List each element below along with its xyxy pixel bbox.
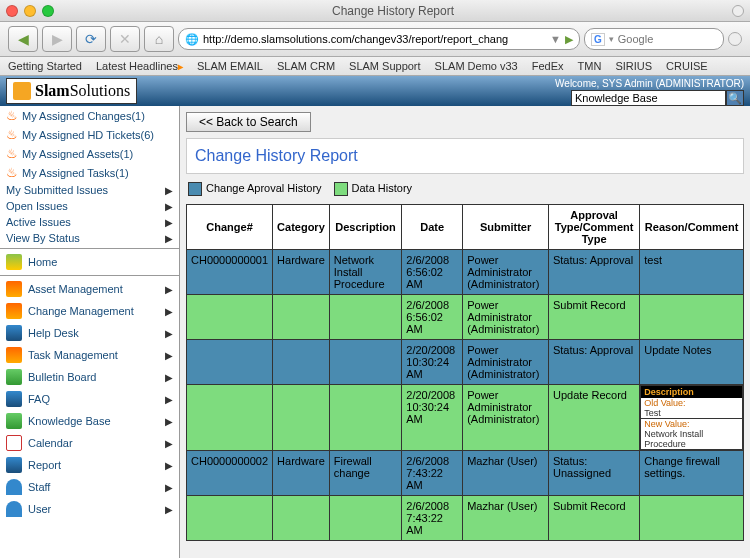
sidebar-assigned-tasks[interactable]: ♨My Assigned Tasks(1) — [0, 163, 179, 182]
sidebar-assigned-changes[interactable]: ♨My Assigned Changes(1) — [0, 106, 179, 125]
table-cell: Network Install Procedure — [329, 250, 402, 295]
calendar-icon — [6, 435, 22, 451]
browser-toolbar: ◀ ▶ ⟳ ✕ ⌂ 🌐 ▼ ▶ G ▾ — [0, 22, 750, 57]
chevron-right-icon: ▶ — [165, 438, 173, 449]
table-row[interactable]: 2/6/2008 7:43:22 AMMazhar (User)Submit R… — [187, 496, 744, 541]
bookmark-item[interactable]: SLAM Demo v33 — [435, 60, 518, 72]
logo-text: SlamSolutions — [35, 82, 130, 100]
back-to-search-button[interactable]: << Back to Search — [186, 112, 311, 132]
chevron-right-icon: ▶ — [165, 201, 173, 212]
table-cell: Submit Record — [548, 496, 639, 541]
table-cell: 2/20/2008 10:30:24 AM — [402, 385, 463, 451]
sidebar-assigned-assets[interactable]: ♨My Assigned Assets(1) — [0, 144, 179, 163]
flame-icon: ♨ — [6, 127, 18, 142]
bookmark-item[interactable]: Latest Headlines▸ — [96, 60, 183, 72]
kb-search-input[interactable] — [571, 90, 726, 106]
table-cell: Update Record — [548, 385, 639, 451]
url-bar[interactable]: 🌐 ▼ ▶ — [178, 28, 580, 50]
nav-faq[interactable]: FAQ▶ — [0, 388, 179, 410]
user-icon — [6, 501, 22, 517]
table-row[interactable]: CH0000000001HardwareNetwork Install Proc… — [187, 250, 744, 295]
tooltip-header: Description — [641, 386, 742, 398]
table-cell — [273, 385, 330, 451]
sidebar-filter-submitted[interactable]: My Submitted Issues▶ — [0, 182, 179, 198]
col-approval-type: Approval Type/Comment Type — [548, 205, 639, 250]
search-input[interactable] — [618, 33, 718, 45]
nav-asset-management[interactable]: Asset Management▶ — [0, 278, 179, 300]
kb-icon — [6, 413, 22, 429]
table-cell: Status: Approval — [548, 340, 639, 385]
bookmark-item[interactable]: SLAM Support — [349, 60, 421, 72]
bookmark-item[interactable]: SLAM EMAIL — [197, 60, 263, 72]
bookmark-item[interactable]: SIRIUS — [615, 60, 652, 72]
reload-button[interactable]: ⟳ — [76, 26, 106, 52]
table-row[interactable]: 2/6/2008 6:56:02 AMPower Administrator (… — [187, 295, 744, 340]
tooltip-old-label: Old Value: — [641, 398, 742, 408]
nav-task-management[interactable]: Task Management▶ — [0, 344, 179, 366]
close-button[interactable] — [6, 5, 18, 17]
table-cell: DescriptionOld Value:TestNew Value:Netwo… — [640, 385, 744, 451]
nav-calendar[interactable]: Calendar▶ — [0, 432, 179, 454]
table-cell: CH0000000002 — [187, 451, 273, 496]
report-icon — [6, 457, 22, 473]
table-cell: test — [640, 250, 744, 295]
chevron-right-icon: ▶ — [165, 328, 173, 339]
table-row[interactable]: CH0000000002HardwareFirewall change2/6/2… — [187, 451, 744, 496]
table-cell: Power Administrator (Administrator) — [463, 250, 549, 295]
sidebar-filter-open[interactable]: Open Issues▶ — [0, 198, 179, 214]
main-content: << Back to Search Change History Report … — [180, 106, 750, 558]
home-button[interactable]: ⌂ — [144, 26, 174, 52]
bookmark-item[interactable]: CRUISE — [666, 60, 708, 72]
bookmark-item[interactable]: SLAM CRM — [277, 60, 335, 72]
chevron-right-icon: ▶ — [165, 416, 173, 427]
app-logo[interactable]: SlamSolutions — [6, 78, 137, 104]
table-cell: 2/20/2008 10:30:24 AM — [402, 340, 463, 385]
chevron-right-icon: ▶ — [165, 350, 173, 361]
bookmark-item[interactable]: Getting Started — [8, 60, 82, 72]
nav-staff[interactable]: Staff▶ — [0, 476, 179, 498]
legend-swatch-approval — [188, 182, 202, 196]
nav-kb[interactable]: Knowledge Base▶ — [0, 410, 179, 432]
chevron-right-icon: ▶ — [165, 284, 173, 295]
back-button[interactable]: ◀ — [8, 26, 38, 52]
table-cell — [187, 385, 273, 451]
nav-change-management[interactable]: Change Management▶ — [0, 300, 179, 322]
sidebar-assigned-hd[interactable]: ♨My Assigned HD Tickets(6) — [0, 125, 179, 144]
chevron-right-icon: ▶ — [165, 372, 173, 383]
nav-user[interactable]: User▶ — [0, 498, 179, 520]
minimize-button[interactable] — [24, 5, 36, 17]
kb-search: 🔍 — [571, 90, 744, 106]
sidebar-filter-active[interactable]: Active Issues▶ — [0, 214, 179, 230]
table-cell: Status: Unassigned — [548, 451, 639, 496]
home-icon — [6, 254, 22, 270]
stop-button[interactable]: ✕ — [110, 26, 140, 52]
url-input[interactable] — [203, 33, 546, 45]
chevron-right-icon: ▶ — [165, 233, 173, 244]
forward-button[interactable]: ▶ — [42, 26, 72, 52]
table-row[interactable]: 2/20/2008 10:30:24 AMPower Administrator… — [187, 385, 744, 451]
tooltip-new-value: Network Install Procedure — [641, 429, 742, 449]
nav-help-desk[interactable]: Help Desk▶ — [0, 322, 179, 344]
search-engine-icon[interactable]: G — [591, 33, 605, 46]
tooltip-old-value: Test — [641, 408, 742, 419]
table-cell — [640, 496, 744, 541]
table-cell — [187, 295, 273, 340]
bookmark-item[interactable]: FedEx — [532, 60, 564, 72]
zoom-button[interactable] — [42, 5, 54, 17]
go-icon[interactable]: ▶ — [565, 33, 573, 46]
table-cell: Mazhar (User) — [463, 496, 549, 541]
kb-search-button[interactable]: 🔍 — [726, 90, 744, 106]
table-cell: 2/6/2008 7:43:22 AM — [402, 496, 463, 541]
sidebar-filter-status[interactable]: View By Status▶ — [0, 230, 179, 246]
browser-search[interactable]: G ▾ — [584, 28, 724, 50]
bookmark-item[interactable]: TMN — [578, 60, 602, 72]
nav-report[interactable]: Report▶ — [0, 454, 179, 476]
faq-icon — [6, 391, 22, 407]
nav-home[interactable]: Home — [0, 251, 179, 273]
window-pill[interactable] — [732, 5, 744, 17]
table-row[interactable]: 2/20/2008 10:30:24 AMPower Administrator… — [187, 340, 744, 385]
table-cell — [273, 340, 330, 385]
dropdown-icon[interactable]: ▼ — [550, 33, 561, 45]
flame-icon: ♨ — [6, 108, 18, 123]
nav-bulletin[interactable]: Bulletin Board▶ — [0, 366, 179, 388]
